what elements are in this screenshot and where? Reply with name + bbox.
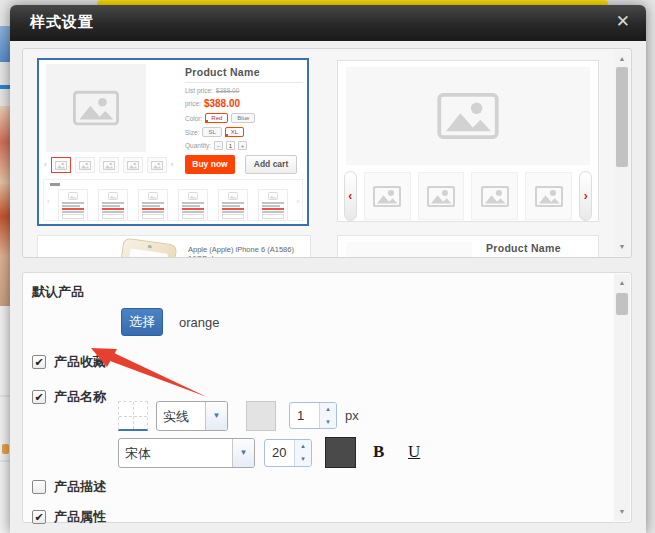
product-attributes-checkbox[interactable]: ✔ — [32, 510, 46, 524]
related-label-fragment — [50, 183, 60, 186]
font-family-select[interactable]: 宋体 ▼ — [118, 438, 255, 468]
template-option-4[interactable]: Product Name List price: $388.00 — [337, 235, 599, 258]
scrollbar-thumb[interactable] — [616, 293, 628, 315]
template-option-1-selected[interactable]: Product Name List price: $388.00 price: … — [37, 58, 309, 226]
background-page-icon-fragment — [2, 444, 9, 454]
image-placeholder-icon — [148, 192, 158, 200]
chevron-right-icon[interactable]: › — [171, 157, 174, 173]
chevron-down-icon: ▼ — [232, 439, 254, 467]
product-image-placeholder — [346, 242, 472, 258]
border-width-unit: px — [345, 408, 359, 423]
border-style-select[interactable]: 实线 ▼ — [156, 401, 228, 431]
bold-button[interactable]: B — [373, 442, 384, 462]
border-width-stepper[interactable]: 1 ▲ ▼ — [289, 402, 337, 429]
size-option-xl[interactable]: XL — [225, 127, 244, 137]
thumbnail-selected[interactable] — [51, 157, 71, 173]
image-placeholder-icon — [151, 161, 163, 170]
product-name-checkbox[interactable]: ✔ — [32, 390, 46, 404]
related-product-card[interactable] — [58, 189, 88, 221]
thumbnail[interactable] — [123, 157, 143, 173]
thumbnail[interactable] — [364, 172, 411, 220]
spinner-up-icon[interactable]: ▲ — [320, 403, 336, 416]
preview-product-name: Product Name — [185, 66, 303, 83]
scroll-down-icon[interactable]: ▼ — [614, 240, 630, 254]
quantity-plus-button[interactable]: + — [238, 141, 247, 150]
close-icon[interactable]: ✕ — [616, 12, 630, 32]
chevron-right-icon[interactable]: › — [297, 198, 299, 205]
form-scrollbar[interactable]: ▲ ▼ — [614, 274, 630, 521]
related-product-card[interactable] — [138, 189, 168, 221]
list-price-label: List price: — [185, 87, 213, 94]
image-placeholder-icon — [481, 186, 509, 207]
scroll-down-icon[interactable]: ▼ — [614, 505, 630, 519]
product-description-checkbox[interactable] — [32, 480, 46, 494]
font-color-swatch[interactable] — [325, 437, 356, 468]
spinner-down-icon[interactable]: ▼ — [295, 453, 311, 466]
color-option-red[interactable]: Red — [205, 113, 228, 123]
product-favorite-row: ✔ 产品收藏 — [32, 353, 106, 371]
dialog-title: 样式设置 — [30, 13, 94, 32]
border-color-swatch[interactable] — [246, 401, 276, 431]
underline-button[interactable]: U — [408, 442, 420, 462]
border-style-value: 实线 — [157, 402, 205, 430]
dialog-header: 样式设置 ✕ — [10, 5, 646, 41]
size-option-sl[interactable]: SL — [202, 127, 221, 137]
related-product-card[interactable] — [178, 189, 208, 221]
background-page-fragment-blue-block — [0, 26, 10, 62]
select-product-button[interactable]: 选择 — [121, 308, 163, 336]
spinner-down-icon[interactable]: ▼ — [320, 416, 336, 429]
chevron-left-icon: ‹ — [348, 189, 352, 203]
product-favorite-label: 产品收藏 — [54, 353, 106, 371]
background-page-fragment-blue-line — [0, 85, 10, 89]
related-product-card[interactable] — [218, 189, 248, 221]
font-size-value: 20 — [265, 440, 294, 466]
scroll-up-icon[interactable]: ▲ — [614, 52, 630, 66]
font-size-stepper[interactable]: 20 ▲ ▼ — [264, 439, 312, 467]
related-product-card[interactable] — [258, 189, 288, 221]
related-product-card[interactable] — [98, 189, 128, 221]
size-label: Size: — [185, 129, 199, 136]
image-placeholder-icon — [188, 192, 198, 200]
thumbnail[interactable] — [418, 172, 465, 220]
scrollbar-thumb[interactable] — [616, 67, 628, 167]
image-placeholder-icon — [127, 161, 139, 170]
image-placeholder-icon — [55, 161, 67, 170]
color-option-blue[interactable]: Blue — [231, 113, 255, 123]
chevron-left-icon[interactable]: ‹ — [47, 198, 49, 205]
product-attributes-label: 产品属性 — [54, 508, 106, 526]
image-placeholder-icon — [79, 161, 91, 170]
border-side-picker[interactable] — [118, 401, 148, 431]
add-cart-button[interactable]: Add cart — [245, 155, 297, 174]
thumbnail[interactable] — [471, 172, 518, 220]
image-placeholder-icon — [73, 90, 119, 126]
background-page-divider — [0, 460, 10, 462]
image-placeholder-icon — [535, 186, 563, 207]
preview-scrollbar[interactable]: ▲ ▼ — [614, 50, 630, 256]
thumbnail[interactable] — [525, 172, 572, 220]
product-info-block: Product Name List price: $388.00 price: … — [185, 66, 303, 150]
thumbnail-carousel: ‹ › — [344, 171, 592, 221]
chevron-down-icon: ▼ — [205, 402, 227, 430]
template-option-2[interactable]: ‹ › — [337, 60, 599, 222]
buy-now-button[interactable]: Buy now — [185, 155, 235, 174]
chevron-left-icon[interactable]: ‹ — [44, 157, 47, 173]
selected-product-value: orange — [179, 315, 219, 330]
quantity-label: Quantity: — [185, 142, 211, 149]
carousel-prev-button[interactable]: ‹ — [344, 171, 357, 221]
related-products-strip: ‹ › — [43, 179, 303, 221]
scroll-up-icon[interactable]: ▲ — [614, 276, 630, 290]
image-placeholder-icon — [108, 192, 118, 200]
template-preview-panel: Product Name List price: $388.00 price: … — [22, 48, 632, 258]
thumbnail[interactable] — [99, 157, 119, 173]
quantity-minus-button[interactable]: − — [214, 141, 223, 150]
thumbnail[interactable] — [147, 157, 167, 173]
iphone-product-image — [117, 237, 178, 258]
template-option-3[interactable]: Apple (Apple) iPhone 6 (A1586) 16GB deep — [37, 235, 311, 258]
carousel-next-button[interactable]: › — [579, 171, 592, 221]
thumbnail[interactable] — [75, 157, 95, 173]
default-product-label: 默认产品 — [32, 283, 84, 301]
background-page-fragment-banner-image — [0, 106, 10, 306]
product-attributes-row: ✔ 产品属性 — [32, 508, 106, 526]
product-favorite-checkbox[interactable]: ✔ — [32, 355, 46, 369]
spinner-up-icon[interactable]: ▲ — [295, 440, 311, 453]
